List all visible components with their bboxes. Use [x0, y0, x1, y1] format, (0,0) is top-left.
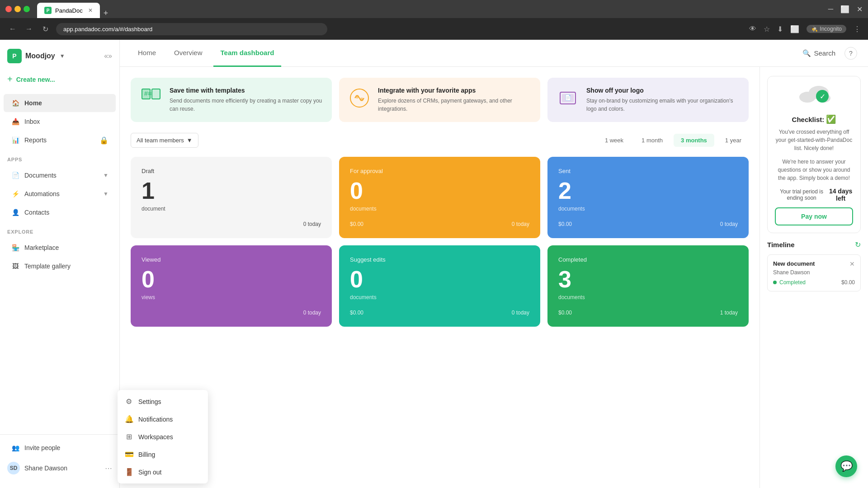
inbox-icon: 📥	[11, 117, 20, 126]
tab-team-dashboard[interactable]: Team dashboard	[213, 40, 282, 67]
brand[interactable]: P Moodjoy ▼	[7, 49, 65, 63]
status-label: Completed	[779, 279, 806, 286]
checklist-card: ✓ Checklist: ✅ You've crossed everything…	[767, 76, 861, 233]
promo-card-integrations[interactable]: Integrate with your favorite apps Explor…	[339, 78, 540, 122]
create-new-button[interactable]: + Create new...	[0, 70, 119, 92]
sidebar-item-label: Contacts	[24, 209, 49, 216]
filter-1year[interactable]: 1 year	[718, 134, 749, 147]
forward-button[interactable]: →	[24, 25, 34, 33]
window-controls[interactable]	[5, 6, 30, 12]
context-menu-sign-out[interactable]: 🚪 Sign out	[118, 463, 208, 481]
menu-icon[interactable]: ⋮	[854, 25, 861, 33]
timeline-title: Timeline	[767, 241, 795, 249]
sidebar-item-inbox[interactable]: 📥 Inbox	[4, 113, 116, 131]
context-menu-workspaces[interactable]: ⊞ Workspaces	[118, 428, 208, 446]
profile-icon[interactable]: ⬜	[790, 25, 799, 33]
filter-1month[interactable]: 1 month	[634, 134, 670, 147]
context-menu-billing[interactable]: 💳 Billing	[118, 446, 208, 463]
trial-row: Your trial period is ending soon 14 days…	[775, 188, 853, 202]
sidebar-collapse-button[interactable]: «»	[104, 52, 112, 60]
browser-tab[interactable]: P PandaDoc ✕	[37, 3, 100, 18]
documents-icon: 📄	[11, 171, 20, 180]
promo-title: Save time with templates	[170, 87, 323, 94]
stat-label: Viewed	[142, 256, 321, 263]
promo-description: Send documents more efficiently by creat…	[170, 97, 323, 113]
pay-now-button[interactable]: Pay now	[775, 207, 853, 225]
close-button[interactable]	[5, 6, 12, 12]
tab-overview[interactable]: Overview	[167, 40, 210, 67]
context-menu-notifications[interactable]: 🔔 Notifications	[118, 410, 208, 428]
stat-number: 3	[558, 267, 738, 292]
stat-number: 1	[142, 178, 321, 204]
timeline-item-header: New document ✕	[773, 260, 855, 267]
restore-icon[interactable]: ⬜	[840, 5, 849, 14]
sidebar-item-home[interactable]: 🏠 Home	[4, 94, 116, 112]
right-panel: ✓ Checklist: ✅ You've crossed everything…	[760, 67, 868, 488]
sidebar-item-documents[interactable]: 📄 Documents ▼	[4, 166, 116, 184]
context-menu-settings[interactable]: ⚙ Settings	[118, 393, 208, 410]
stat-label: For approval	[350, 168, 529, 174]
promo-title: Show off your logo	[586, 87, 740, 94]
sidebar-item-label: Reports	[24, 136, 47, 144]
tab-close-button[interactable]: ✕	[88, 7, 93, 14]
new-tab-button[interactable]: +	[104, 9, 108, 18]
promo-card-branding[interactable]: 📄 Show off your logo Stay on-brand by cu…	[547, 78, 749, 122]
maximize-button[interactable]	[24, 6, 30, 12]
sidebar-user[interactable]: SD Shane Dawson ⋯	[0, 457, 119, 479]
tab-home[interactable]: Home	[131, 40, 163, 67]
stat-number: 0	[142, 267, 321, 292]
plus-icon: +	[7, 74, 13, 84]
minimize-button[interactable]	[14, 6, 21, 12]
refresh-button[interactable]: ↻	[855, 240, 861, 249]
marketplace-icon: 🏪	[11, 243, 20, 252]
minimize-icon[interactable]: ─	[828, 5, 833, 14]
stat-today: 0 today	[512, 310, 529, 316]
back-button[interactable]: ←	[7, 25, 18, 33]
address-input[interactable]	[56, 23, 327, 35]
sidebar-item-invite-people[interactable]: 👥 Invite people	[4, 439, 116, 457]
promo-text-templates: Save time with templates Send documents …	[170, 87, 323, 113]
stat-number: 2	[558, 178, 738, 204]
address-bar: ← → ↻ 👁 ☆ ⬇ ⬜ 🕵 Incognito ⋮	[0, 18, 868, 40]
lock-icon: 🔒	[99, 136, 108, 145]
timeline-user: Shane Dawson	[773, 269, 855, 276]
home-icon: 🏠	[11, 99, 20, 108]
user-menu-icon[interactable]: ⋯	[105, 464, 112, 473]
trial-label: Your trial period is ending soon	[775, 188, 828, 201]
search-button[interactable]: 🔍 Search	[802, 49, 835, 57]
sidebar-item-automations[interactable]: ⚡ Automations ▼	[4, 185, 116, 203]
top-navigation: Home Overview Team dashboard 🔍 Search ?	[120, 40, 868, 67]
sidebar-item-template-gallery[interactable]: 🖼 Template gallery	[4, 257, 116, 275]
brand-name: Moodjoy	[25, 52, 55, 60]
invite-icon: 👥	[11, 443, 20, 452]
download-icon[interactable]: ⬇	[777, 25, 783, 33]
sidebar-item-marketplace[interactable]: 🏪 Marketplace	[4, 239, 116, 257]
stat-amount: $0.00	[558, 221, 572, 227]
bookmark-icon[interactable]: ☆	[764, 25, 770, 33]
stat-amount: $0.00	[558, 310, 572, 316]
timeline-close-button[interactable]: ✕	[849, 260, 855, 267]
chat-bubble[interactable]: 💬	[835, 455, 857, 477]
filter-3months[interactable]: 3 months	[674, 134, 714, 147]
reload-button[interactable]: ↻	[40, 25, 51, 33]
sidebar-item-label: Marketplace	[24, 244, 59, 251]
brand-dropdown-icon: ▼	[60, 53, 65, 59]
close-icon[interactable]: ✕	[857, 5, 863, 14]
stats-row-2: Viewed 0 views 0 today Suggest edits 0 d…	[131, 245, 749, 327]
explore-nav: 🏪 Marketplace 🖼 Template gallery	[0, 236, 119, 277]
window-action-buttons[interactable]: ─ ⬜ ✕	[828, 5, 863, 14]
sidebar-item-reports[interactable]: 📊 Reports 🔒	[4, 131, 116, 149]
stat-label: Completed	[558, 256, 738, 263]
check-icon: ✅	[826, 115, 836, 124]
sidebar-footer: 👥 Invite people SD Shane Dawson ⋯	[0, 434, 119, 483]
promo-card-templates[interactable]: #≡ Save time with templates Send documen…	[131, 78, 332, 122]
sidebar-item-contacts[interactable]: 👤 Contacts	[4, 203, 116, 221]
stat-number: 0	[350, 267, 529, 292]
branding-icon: 📄	[557, 87, 579, 109]
context-menu-item-label: Billing	[138, 451, 155, 458]
filter-1week[interactable]: 1 week	[598, 134, 631, 147]
team-member-filter[interactable]: All team members ▼	[131, 133, 198, 148]
chevron-down-icon: ▼	[103, 172, 108, 178]
stat-today: 0 today	[512, 221, 529, 227]
help-button[interactable]: ?	[844, 47, 857, 60]
